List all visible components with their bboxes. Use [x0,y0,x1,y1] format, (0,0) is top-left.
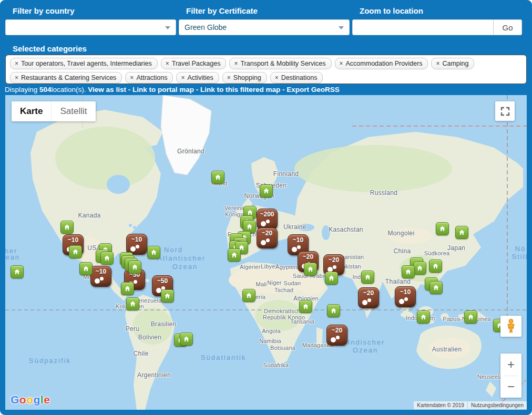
house-marker[interactable] [361,271,374,284]
cluster-bubble-icon [292,247,297,252]
house-marker[interactable] [161,289,174,303]
fullscreen-button[interactable] [495,101,515,121]
house-icon [13,268,21,276]
house-marker[interactable] [429,281,443,294]
house-marker[interactable] [325,272,338,285]
cluster-marker[interactable]: ~20 [326,325,347,346]
map-label: Tschad [274,287,293,293]
house-icon [306,265,314,273]
house-marker[interactable] [260,184,273,198]
house-marker[interactable] [327,304,340,317]
house-marker[interactable] [180,333,193,346]
remove-chip-icon[interactable]: × [234,60,238,67]
category-chip[interactable]: ×Activities [176,72,219,84]
house-icon [245,292,253,299]
cluster-marker[interactable]: ~10 [90,266,111,287]
category-chip[interactable]: ×Camping [431,58,474,69]
status-link[interactable]: Link to this filtered map [200,86,280,94]
remove-chip-icon[interactable]: × [15,60,18,67]
house-marker[interactable] [417,310,430,324]
house-marker[interactable] [413,262,426,275]
house-marker[interactable] [455,226,468,239]
map-label: Botsuana [270,345,295,351]
cluster-marker[interactable]: ~20 [257,227,278,248]
remove-chip-icon[interactable]: × [166,60,169,67]
status-link[interactable]: Export GeoRSS [287,86,340,94]
house-marker[interactable] [429,260,442,273]
house-marker[interactable] [242,289,255,302]
remove-chip-icon[interactable]: × [181,74,185,81]
status-link[interactable]: View as list [88,86,126,94]
category-chip-label: Destinations [281,74,318,81]
pegman-control[interactable] [500,316,521,337]
house-icon [328,274,335,282]
category-chip[interactable]: ×Transport & Mobility Services [229,58,331,69]
cluster-marker[interactable]: ~200 [257,209,278,230]
terms-link[interactable]: Nutzungsbedingungen [468,401,527,409]
cluster-marker[interactable]: ~20 [358,287,379,308]
house-marker[interactable] [69,245,82,258]
house-icon [416,264,424,272]
house-marker[interactable] [211,171,224,184]
house-marker[interactable] [436,222,449,235]
house-marker[interactable] [304,263,317,276]
house-marker[interactable] [79,262,93,275]
map-label: zean [5,253,20,261]
remove-chip-icon[interactable]: × [275,74,279,81]
map-label: Kanada [78,212,100,219]
house-marker[interactable] [11,265,24,278]
status-link[interactable]: Link to portal map [132,86,194,94]
cluster-bubble-icon [404,297,408,301]
category-chip[interactable]: ×Travel Packages [161,58,227,69]
house-icon [214,173,222,181]
category-chip[interactable]: ×Shopping [222,72,267,84]
house-marker[interactable] [128,261,141,274]
house-marker[interactable] [126,297,139,310]
selected-categories-heading: Selected categories [13,44,87,53]
category-chip[interactable]: ×Restaurants & Catering Services [10,72,122,84]
house-icon [103,254,111,262]
category-chip[interactable]: ×Destinations [270,72,323,84]
house-marker[interactable] [464,310,477,324]
remove-chip-icon[interactable]: × [130,74,134,81]
house-marker[interactable] [299,300,312,313]
house-marker[interactable] [60,221,74,234]
cluster-bubble-icon [95,278,100,284]
certificate-select[interactable]: Green Globe [179,19,350,35]
zoom-to-location-label: Zoom to location [360,6,522,15]
cluster-count: ~20 [324,256,344,264]
remove-chip-icon[interactable]: × [15,74,18,81]
country-select[interactable] [5,19,176,35]
category-chip[interactable]: ×Tour operators, Travel agents, Intermed… [10,58,158,69]
house-icon [163,292,171,300]
house-marker[interactable] [147,246,160,259]
certificate-filter-group: Filter by Certificate Green Globe [179,5,350,35]
status-count: 504 [39,86,52,94]
go-button[interactable]: Go [493,20,521,35]
house-marker[interactable] [100,252,114,265]
house-marker[interactable] [402,265,415,278]
category-chip[interactable]: ×Accommodation Providers [335,58,428,69]
house-marker[interactable] [121,282,134,295]
map-label: Ozean [172,263,198,271]
map-label: Nord [164,246,183,254]
remove-chip-icon[interactable]: × [227,74,231,81]
greenland-shape [161,95,211,175]
map-label: Algerien [240,264,262,270]
zoom-out-button[interactable]: − [500,376,521,398]
zoom-in-button[interactable]: + [500,354,521,376]
house-marker[interactable] [228,248,241,262]
remove-chip-icon[interactable]: × [340,60,343,67]
category-chip[interactable]: ×Attractions [125,72,173,84]
cluster-bubble-icon [134,280,137,284]
map[interactable]: GrönlandIslandKanadaUSAMexikoVenezuelaKo… [5,95,527,410]
google-logo[interactable]: Google [11,393,50,406]
zoom-location-input[interactable] [353,20,493,35]
cluster-marker[interactable]: ~10 [395,286,416,307]
map-type-satellite-button[interactable]: Satellit [51,101,95,121]
cluster-marker[interactable]: ~10 [126,234,147,255]
remove-chip-icon[interactable]: × [436,60,439,67]
map-type-map-button[interactable]: Karte [12,101,51,121]
house-icon [129,300,137,308]
fullscreen-icon [500,107,510,116]
